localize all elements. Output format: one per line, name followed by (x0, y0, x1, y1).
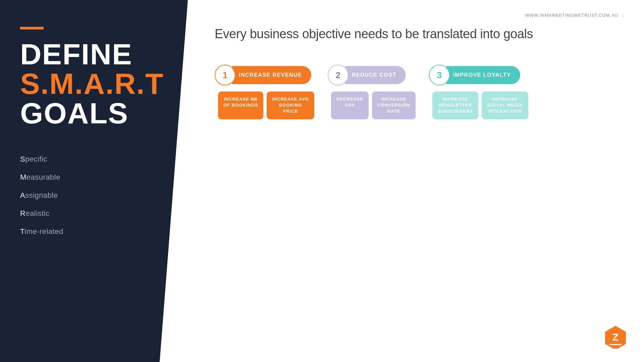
smart-item-r: Realistic (20, 209, 168, 218)
goal-label-revenue: INCREASE REVENUE (232, 66, 311, 84)
subitem-decrease-cpa: DECREASECPA (331, 92, 369, 119)
subitem-social-media: INCREASESOCIAL MEDIAINTERACTION (482, 92, 528, 119)
website-url: WWW.INMARKETINGWETRUST.COM.AU | (525, 13, 624, 18)
url-text: WWW.INMARKETINGWETRUST.COM.AU (525, 13, 618, 18)
goal-number-1: 1 (215, 65, 235, 85)
smart-item-m: Measurable (20, 173, 168, 182)
goal-column-cost: 2 REDUCE COST DECREASECPA INCREASECONVER… (328, 65, 416, 119)
orange-accent-bar (20, 27, 44, 29)
url-divider: | (623, 13, 624, 18)
goals-diagram: 1 INCREASE REVENUE INCREASE NBOF BOOKING… (215, 65, 624, 119)
goal-label-loyalty: IMPROVE LOYALTY (446, 66, 521, 84)
subitem-avg-booking: INCREASE AVGBOOKINGPRICE (267, 92, 314, 119)
subitem-nb-bookings: INCREASE NBOF BOOKINGS (218, 92, 263, 119)
goal-subitems-loyalty: INCREASENEWSLETTERSUBSCRIBERS INCREASESO… (432, 92, 528, 119)
page-subtitle: Every business objective needs to be tra… (215, 27, 624, 41)
subitem-newsletter: INCREASENEWSLETTERSUBSCRIBERS (432, 92, 479, 119)
right-panel: WWW.INMARKETINGWETRUST.COM.AU | Every bu… (188, 0, 644, 362)
z-logo: Z (604, 325, 627, 349)
subitem-increase-conversion: INCREASECONVERSIONRATE (372, 92, 415, 119)
smart-acronym-list: Specific Measurable Assignable Realistic… (20, 155, 168, 236)
smart-item-s: Specific (20, 155, 168, 164)
title-goals: GOALS (20, 99, 168, 128)
title-define: DEFINE (20, 40, 168, 69)
goal-label-cost: REDUCE COST (345, 66, 406, 84)
smart-item-t: Time-related (20, 227, 168, 236)
smart-item-a: Assignable (20, 191, 168, 200)
goal-subitems-cost: DECREASECPA INCREASECONVERSIONRATE (331, 92, 416, 119)
goal-subitems-revenue: INCREASE NBOF BOOKINGS INCREASE AVGBOOKI… (218, 92, 314, 119)
title-smart: S.M.A.R.T (20, 69, 168, 99)
svg-text:Z: Z (612, 331, 619, 343)
goal-header-revenue: 1 INCREASE REVENUE (215, 65, 311, 85)
goal-number-2: 2 (328, 65, 348, 85)
goal-column-revenue: 1 INCREASE REVENUE INCREASE NBOF BOOKING… (215, 65, 314, 119)
left-panel: DEFINE S.M.A.R.T GOALS Specific Measurab… (0, 0, 188, 362)
goal-header-loyalty: 3 IMPROVE LOYALTY (429, 65, 521, 85)
goal-header-cost: 2 REDUCE COST (328, 65, 406, 85)
goal-number-3: 3 (429, 65, 450, 85)
goal-column-loyalty: 3 IMPROVE LOYALTY INCREASENEWSLETTERSUBS… (429, 65, 528, 119)
